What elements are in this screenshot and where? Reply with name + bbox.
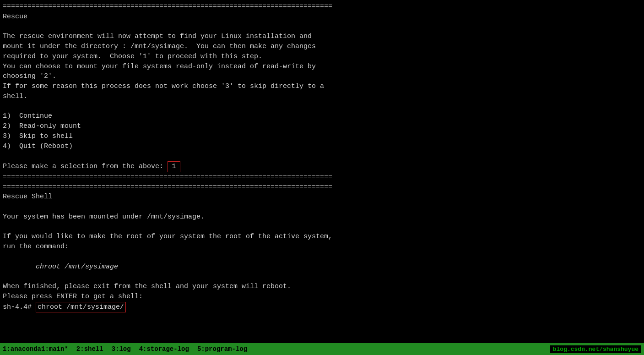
blank1 [3, 22, 641, 32]
status-tab2[interactable]: 2:shell [76, 345, 103, 353]
status-tab5[interactable]: 5:program-log [197, 345, 247, 353]
status-bar: 1:anaconda1:main* 2:shell 3:log 4:storag… [0, 343, 644, 355]
separator-mid2: ========================================… [3, 182, 641, 192]
desc-line1: The rescue environment will now attempt … [3, 32, 641, 42]
blank2 [3, 102, 641, 112]
blank3 [3, 151, 641, 161]
chroot-command: chroot /mnt/sysimage [3, 262, 641, 272]
terminal-body: ========================================… [0, 0, 644, 343]
title-rescue-shell: Rescue Shell [3, 192, 641, 202]
terminal-window: ========================================… [0, 0, 644, 355]
blank5 [3, 222, 641, 232]
option2: 2) Read-only mount [3, 121, 641, 131]
shell-prompt: sh-4.4# [3, 302, 36, 312]
option4: 4) Quit (Reboot) [3, 142, 641, 152]
blank6 [3, 252, 641, 262]
command-input-box[interactable]: chroot /mnt/sysimage/ [36, 302, 126, 313]
desc-line5: choosing '2'. [3, 71, 641, 82]
separator-mid1: ========================================… [3, 172, 641, 182]
desc-line2: mount it under the directory : /mnt/sysi… [3, 42, 641, 52]
selection-line: Please make a selection from the above: … [3, 161, 641, 172]
status-tab4[interactable]: 4:storage-log [139, 345, 189, 353]
prompt-line: sh-4.4# chroot /mnt/sysimage/ [3, 302, 641, 313]
desc-line6: If for some reason this process does not… [3, 82, 641, 92]
if-line2: run the command: [3, 242, 641, 252]
blank4 [3, 202, 641, 212]
if-line1: If you would like to make the root of yo… [3, 232, 641, 242]
selection-input-box[interactable]: 1 [168, 161, 180, 172]
option3: 3) Skip to shell [3, 131, 641, 142]
watermark: blog.csdn.net/shanshuyue [550, 345, 641, 353]
status-tab3[interactable]: 3:log [112, 345, 131, 353]
when-finished: When finished, please exit from the shel… [3, 282, 641, 292]
status-tab1[interactable]: 1:anaconda1:main* [3, 345, 68, 353]
selection-prompt: Please make a selection from the above: [3, 162, 168, 172]
desc-line3: required to your system. Choose '1' to p… [3, 52, 641, 62]
separator-top: ========================================… [3, 2, 641, 12]
desc-line4: You can choose to mount your file system… [3, 62, 641, 72]
blank7 [3, 272, 641, 282]
press-enter: Please press ENTER to get a shell: [3, 292, 641, 302]
title-rescue: Rescue [3, 12, 641, 22]
mounted-msg: Your system has been mounted under /mnt/… [3, 212, 641, 222]
option1: 1) Continue [3, 111, 641, 121]
desc-line7: shell. [3, 92, 641, 102]
